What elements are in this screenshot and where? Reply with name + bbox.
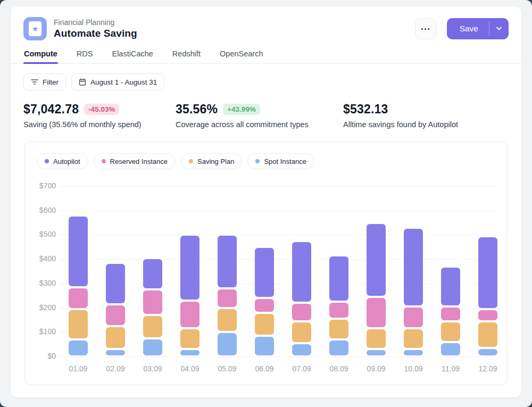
filter-label: Filter: [43, 78, 59, 86]
x-axis-tick: 02.09: [97, 364, 134, 373]
bar-segment-reserved-instance[interactable]: [69, 288, 88, 308]
ellipsis-icon: [428, 28, 429, 30]
x-axis-tick: 04.09: [171, 364, 209, 373]
bar-segment-autopilot[interactable]: [478, 237, 497, 308]
legend-label: Spot Instance: [264, 157, 306, 165]
legend-item-saving-plan[interactable]: Saving Plan: [181, 153, 242, 169]
stat-card: 35.56%+43.99%Coverage across all commitm…: [176, 102, 343, 129]
bar-segment-saving-plan[interactable]: [292, 322, 311, 342]
bar-segment-reserved-instance[interactable]: [404, 308, 423, 327]
bar-segment-spot-instance[interactable]: [404, 350, 423, 355]
legend-item-spot-instance[interactable]: Spot Instance: [247, 153, 314, 169]
chart-legend: AutopilotReserved InstanceSaving PlanSpo…: [37, 153, 314, 169]
bar-segment-reserved-instance[interactable]: [180, 302, 200, 328]
bar-segment-spot-instance[interactable]: [69, 340, 88, 355]
bar-segment-spot-instance[interactable]: [329, 340, 348, 355]
bar-segment-saving-plan[interactable]: [478, 322, 497, 347]
stat-label: Alltime savings found by Autopilot: [343, 120, 458, 129]
bar-segment-saving-plan[interactable]: [180, 329, 200, 348]
calendar-icon: [79, 78, 86, 86]
save-button[interactable]: Save: [447, 18, 489, 39]
bar-segment-spot-instance[interactable]: [478, 349, 497, 355]
bar-segment-autopilot[interactable]: [441, 268, 460, 305]
date-range-button[interactable]: August 1 - August 31: [71, 73, 164, 90]
legend-item-reserved-instance[interactable]: Reserved Instance: [94, 153, 176, 169]
bar-segment-autopilot[interactable]: [255, 248, 274, 297]
bar-segment-saving-plan[interactable]: [143, 316, 162, 337]
gridline: [60, 186, 498, 187]
x-axis-tick: 12.09: [469, 364, 506, 373]
stat-value: 35.56%: [176, 102, 218, 117]
legend-item-autopilot[interactable]: Autopilot: [37, 153, 88, 169]
tab-rds[interactable]: RDS: [76, 47, 94, 63]
tab-opensearch[interactable]: OpenSearch: [219, 47, 263, 63]
bar-segment-saving-plan[interactable]: [404, 329, 423, 348]
bar-segment-reserved-instance[interactable]: [255, 299, 274, 311]
bar-segment-autopilot[interactable]: [180, 236, 200, 299]
title-block: Financial Planning Automate Saving: [54, 18, 415, 39]
bar-segment-spot-instance[interactable]: [367, 350, 386, 355]
gridline: [60, 235, 498, 235]
bar-segment-reserved-instance[interactable]: [106, 305, 125, 325]
bar-segment-reserved-instance[interactable]: [367, 298, 386, 327]
tab-bar: ComputeRDSElastiCacheRedshiftOpenSearch: [11, 47, 521, 64]
tab-redshift[interactable]: Redshift: [172, 47, 201, 63]
y-axis-tick: $700: [25, 181, 56, 190]
bar-segment-spot-instance[interactable]: [441, 343, 460, 355]
y-axis-tick: $200: [25, 303, 56, 312]
save-dropdown-button[interactable]: [489, 18, 509, 39]
bar-segment-saving-plan[interactable]: [218, 309, 237, 331]
bar-segment-reserved-instance[interactable]: [292, 304, 311, 320]
breadcrumb: Financial Planning: [54, 18, 415, 27]
filter-button[interactable]: Filter: [23, 73, 66, 90]
bar-segment-spot-instance[interactable]: [106, 350, 125, 355]
bar-segment-reserved-instance[interactable]: [329, 303, 348, 318]
more-options-button[interactable]: [415, 18, 436, 39]
bar-segment-reserved-instance[interactable]: [478, 310, 497, 320]
chart-panel: AutopilotReserved InstanceSaving PlanSpo…: [24, 142, 508, 385]
bar-segment-spot-instance[interactable]: [292, 344, 311, 355]
bar-segment-autopilot[interactable]: [218, 236, 237, 287]
bar-segment-reserved-instance[interactable]: [143, 290, 162, 314]
y-axis-tick: $600: [25, 206, 56, 214]
legend-dot: [102, 159, 106, 163]
bar-segment-saving-plan[interactable]: [329, 320, 348, 338]
bar-segment-autopilot[interactable]: [69, 217, 88, 286]
date-range-label: August 1 - August 31: [90, 78, 157, 86]
bar-segment-spot-instance[interactable]: [255, 337, 274, 355]
bar-09.09: [367, 224, 386, 355]
bar-segment-spot-instance[interactable]: [143, 339, 162, 355]
bar-05.09: [218, 236, 237, 355]
bar-segment-saving-plan[interactable]: [367, 329, 386, 348]
legend-label: Autopilot: [53, 157, 80, 165]
bar-03.09: [143, 259, 162, 355]
tab-compute[interactable]: Compute: [23, 47, 58, 63]
bar-segment-autopilot[interactable]: [106, 264, 125, 303]
bar-segment-autopilot[interactable]: [329, 256, 348, 301]
app-window: ★ Financial Planning Automate Saving Sav…: [0, 0, 532, 407]
bar-segment-spot-instance[interactable]: [180, 350, 200, 355]
bar-segment-reserved-instance[interactable]: [218, 289, 237, 307]
change-badge: +43.99%: [223, 104, 260, 115]
bar-segment-autopilot[interactable]: [367, 224, 386, 296]
bar-segment-spot-instance[interactable]: [218, 333, 237, 355]
bar-segment-saving-plan[interactable]: [255, 314, 274, 335]
bar-segment-saving-plan[interactable]: [441, 322, 460, 341]
save-split-button: Save: [447, 18, 509, 39]
tab-elasticache[interactable]: ElastiCache: [111, 47, 153, 63]
bar-12.09: [478, 237, 497, 355]
gridline: [60, 259, 498, 260]
bar-segment-autopilot[interactable]: [292, 242, 311, 302]
bar-segment-autopilot[interactable]: [143, 259, 162, 288]
stat-label: Saving (35.56% of monthly spend): [23, 120, 176, 129]
bar-06.09: [255, 248, 274, 355]
chevron-down-icon: [496, 27, 502, 31]
bar-segment-saving-plan[interactable]: [106, 327, 125, 348]
bar-segment-saving-plan[interactable]: [69, 310, 88, 338]
app-icon: ★: [23, 17, 47, 40]
bar-segment-autopilot[interactable]: [404, 229, 423, 306]
x-axis-tick: 05.09: [209, 364, 246, 373]
star-icon: ★: [29, 21, 41, 36]
bar-segment-reserved-instance[interactable]: [441, 308, 460, 320]
bar-11.09: [441, 268, 460, 355]
